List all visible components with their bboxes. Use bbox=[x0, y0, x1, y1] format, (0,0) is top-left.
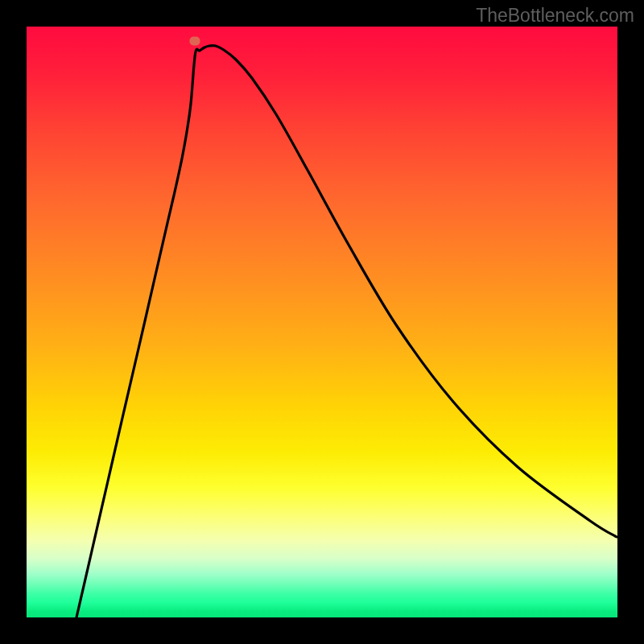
optimum-marker bbox=[190, 37, 200, 46]
bottleneck-curve bbox=[27, 27, 617, 617]
watermark-text: TheBottleneck.com bbox=[476, 5, 634, 27]
chart-plot-area bbox=[27, 27, 617, 617]
